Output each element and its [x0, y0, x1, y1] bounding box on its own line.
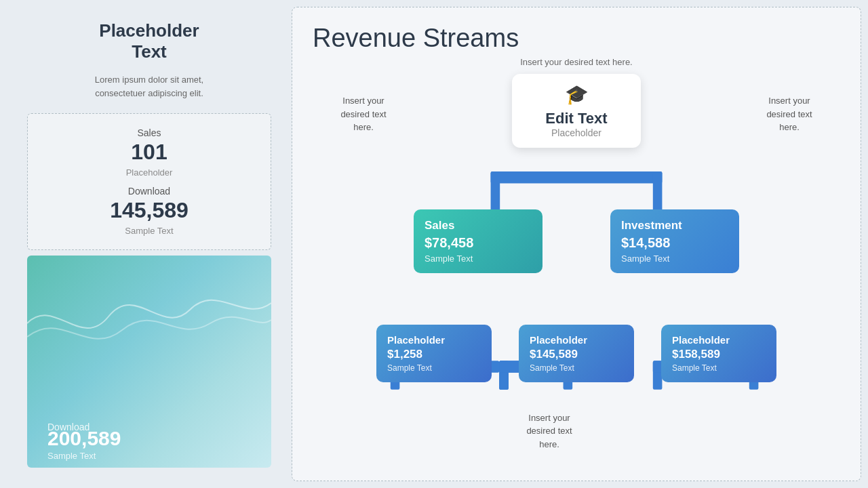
placeholder-node-2[interactable]: Placeholder $145,589 Sample Text	[519, 325, 634, 382]
side-text-bottom: Insert yourdesired texthere.	[519, 411, 580, 451]
root-sublabel: Placeholder	[523, 127, 630, 138]
investment-node-value: $14,588	[621, 235, 728, 251]
placeholder-node-2-value: $145,589	[530, 348, 623, 361]
chart-subtext: Sample Text	[47, 451, 96, 461]
investment-node-title: Investment	[621, 219, 728, 232]
placeholder-node-1-title: Placeholder	[387, 334, 481, 346]
sales-node-value: $78,458	[425, 235, 532, 251]
stat1-value: 101	[48, 140, 250, 165]
placeholder-node-3-title: Placeholder	[672, 334, 766, 346]
left-title: Placeholder Text	[27, 20, 271, 62]
stat1-subtext: Placeholder	[48, 167, 250, 178]
sales-node-sub: Sample Text	[425, 253, 532, 264]
level2-container: Sales $78,458 Sample Text Investment $14…	[414, 209, 739, 273]
placeholder-node-1-sub: Sample Text	[387, 363, 481, 373]
side-text-right: Insert yourdesired texthere.	[759, 94, 820, 134]
level3-container: Placeholder $1,258 Sample Text Placehold…	[376, 325, 776, 382]
left-panel: Placeholder Text Lorem ipsum dolor sit a…	[7, 7, 292, 481]
left-heading: Placeholder Text	[27, 20, 271, 62]
stat2-subtext: Sample Text	[48, 226, 250, 236]
stat-card-1: Sales 101 Placeholder Download 145,589 S…	[27, 113, 271, 250]
placeholder-node-3-sub: Sample Text	[672, 363, 766, 373]
placeholder-node-2-sub: Sample Text	[530, 363, 623, 373]
right-title: Revenue Streams	[313, 24, 840, 53]
investment-node-sub: Sample Text	[621, 253, 728, 264]
sales-node[interactable]: Sales $78,458 Sample Text	[414, 209, 542, 273]
side-text-left: Insert yourdesired texthere.	[333, 94, 394, 134]
chart-card: Download 200,589 Sample Text	[27, 256, 271, 468]
placeholder-node-3-value: $158,589	[672, 348, 766, 361]
stat2-value: 145,589	[48, 198, 250, 223]
stat2-label: Download	[48, 186, 250, 197]
sales-node-title: Sales	[425, 219, 532, 232]
root-label: Edit Text	[523, 110, 630, 127]
right-subtitle: Insert your desired text here.	[313, 57, 840, 67]
placeholder-node-1-value: $1,258	[387, 348, 481, 361]
right-panel: Revenue Streams Insert your desired text…	[292, 7, 861, 481]
wave-chart	[27, 269, 271, 378]
root-node[interactable]: 🎓 Edit Text Placeholder	[512, 74, 641, 148]
svg-rect-0	[491, 171, 663, 184]
placeholder-node-1[interactable]: Placeholder $1,258 Sample Text	[376, 325, 492, 382]
placeholder-node-2-title: Placeholder	[530, 334, 623, 346]
placeholder-node-3[interactable]: Placeholder $158,589 Sample Text	[661, 325, 776, 382]
diagram: 🎓 Edit Text Placeholder Insert yourdesir…	[313, 74, 840, 464]
graduation-cap-icon: 🎓	[523, 83, 630, 106]
slide-container: Placeholder Text Lorem ipsum dolor sit a…	[7, 7, 861, 481]
investment-node[interactable]: Investment $14,588 Sample Text	[610, 209, 739, 273]
left-subtitle: Lorem ipsum dolor sit amet,consectetuer …	[27, 73, 271, 100]
stat1-label: Sales	[48, 127, 250, 138]
chart-value: 200,589	[47, 427, 121, 450]
